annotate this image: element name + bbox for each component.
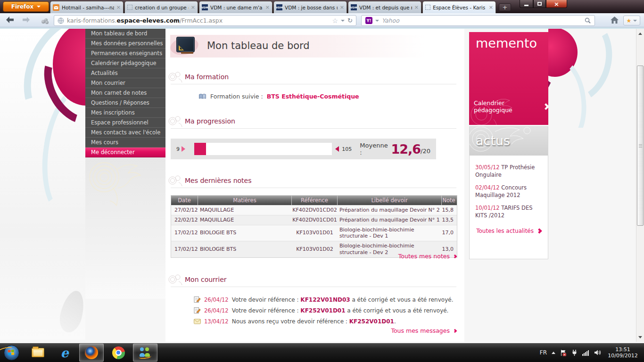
scrollbar-up-arrow[interactable] [636, 30, 644, 37]
power-plug-icon[interactable] [571, 349, 578, 356]
tab-close-icon[interactable]: × [116, 4, 121, 10]
web-page: Mon tableau de bord Mes données personne… [0, 27, 644, 343]
taskbar-chrome-button[interactable] [106, 344, 131, 362]
all-notes-link[interactable]: Toutes mes notes [171, 253, 456, 260]
sidebar-item-contacts-ecole[interactable]: Mes contacts avec l'école [85, 128, 165, 138]
column-header-matieres: Matières [198, 196, 292, 205]
tab-creation-groupe[interactable]: creation d un groupe d e... × [124, 1, 198, 13]
forward-button[interactable] [22, 16, 30, 23]
sidebar-item-espace-professionnel[interactable]: Espace professionnel [85, 118, 165, 128]
page-scrollbar[interactable] [636, 29, 644, 342]
language-indicator[interactable]: FR [540, 349, 547, 356]
close-icon: × [554, 1, 559, 7]
section-title-progression: Ma progression [171, 117, 456, 129]
search-engine-dropdown-icon[interactable] [375, 20, 379, 22]
tab-close-icon[interactable]: × [340, 4, 344, 10]
tab-close-icon[interactable]: × [489, 4, 493, 10]
calendrier-pedagogique-link[interactable]: Calendrier pédagogique [474, 99, 548, 114]
action-center-flag-icon[interactable] [560, 349, 567, 356]
sidebar-item-mon-courrier[interactable]: Mon courrier [85, 78, 165, 88]
chrome-icon [112, 346, 125, 359]
tab-label: VDM : une dame m'a de... [210, 5, 263, 10]
memento-banner[interactable]: memento Calendrier pédagogique [469, 32, 548, 125]
sidebar-item-tableau-de-bord[interactable]: Mon tableau de bord [85, 29, 165, 39]
column-header-libelle: Libellé devoir [338, 196, 442, 205]
sidebar-item-me-deconnecter[interactable]: Me déconnecter [85, 148, 165, 157]
bookmarks-dropdown-icon [633, 20, 637, 22]
tab-hotmail[interactable]: Hotmail - samiha---nao... × [50, 1, 124, 13]
taskbar-explorer-button[interactable] [25, 344, 50, 362]
sidebar-item-questions-reponses[interactable]: Questions / Réponses [85, 98, 165, 108]
bookmark-star-icon[interactable]: ☆ [332, 17, 339, 24]
message-text-before: Votre devoir référence : [232, 296, 301, 303]
calendrier-link-label: Calendrier pédagogique [474, 99, 539, 114]
url-domain: espace-eleves.com [117, 17, 180, 24]
volume-speaker-icon[interactable] [594, 349, 602, 356]
section-courrier-header: Mon courrier [171, 276, 456, 287]
back-button[interactable] [5, 16, 15, 24]
window-minimize-button[interactable] [520, 0, 533, 8]
actus-item[interactable]: 30/05/12 TP Prothésie Ongulaire [475, 164, 542, 179]
sidebar-item-mes-cours[interactable]: Mes cours [85, 138, 165, 148]
message-item[interactable]: 26/04/12 Votre devoir référence : KF252V… [194, 305, 453, 316]
new-tab-button[interactable]: + [499, 3, 511, 11]
message-item[interactable]: 26/04/12 Votre devoir référence : KF122V… [194, 294, 453, 305]
url-bar[interactable]: karis-formations.espace-eleves.com/FrmAc… [54, 15, 356, 26]
taskbar-messenger-button-active[interactable] [133, 344, 157, 362]
actus-date: 30/05/12 [475, 164, 500, 171]
actus-item[interactable]: 10/01/12 TARIFS DES KITS /2012 [475, 205, 542, 219]
firefox-menu-button[interactable]: Firefox [3, 1, 49, 12]
sidebar-item-mes-inscriptions[interactable]: Mes inscriptions [85, 108, 165, 118]
scrollbar-down-arrow[interactable] [636, 333, 644, 341]
addon-icon[interactable] [41, 18, 50, 24]
sidebar-item-permanences-enseignants[interactable]: Permanences enseignants [85, 49, 165, 58]
home-button[interactable] [610, 16, 619, 24]
all-messages-link[interactable]: Tous mes messages [171, 327, 456, 334]
search-bar[interactable]: Y! Yahoo [361, 15, 595, 26]
cell-libelle: Biologie-biochimie-biochimie structurale… [338, 225, 442, 241]
message-reference: KF252V01D01 [349, 318, 394, 325]
progress-end-value: 105 [342, 146, 352, 152]
cell-libelle: Préparation du maquillage Devoir N° 2 [338, 206, 442, 215]
cell-date: 17/02/12 [171, 225, 198, 241]
tab-close-icon[interactable]: × [265, 4, 270, 10]
sidebar-item-actualites[interactable]: Actualités [85, 68, 165, 78]
taskbar-firefox-button-active[interactable] [79, 344, 104, 362]
taskbar-clock[interactable]: 13:51 10/09/2012 [606, 346, 639, 359]
bookmarks-button[interactable]: ★ [623, 16, 640, 25]
scrollbar-thumb[interactable] [637, 66, 644, 226]
book-icon [198, 93, 206, 99]
addon-dot [45, 21, 49, 24]
cell-note: 17,0 [442, 225, 456, 241]
tab-vdm-1[interactable]: VDM VDM : une dame m'a de... × [199, 1, 272, 13]
sidebar-item-calendrier-pedagogique[interactable]: Calendrier pédagogique [85, 58, 165, 68]
tab-vdm-3[interactable]: VDM VDM : et depuis que ma ... × [348, 1, 421, 13]
all-actus-link-label: Toutes les actualités [476, 228, 534, 234]
window-maximize-button[interactable] [533, 0, 546, 8]
firefox-menu-label: Firefox [11, 3, 34, 10]
message-item[interactable]: 13/04/12 Nous avons reçu votre devoir ré… [194, 316, 453, 327]
reload-icon[interactable]: ↻ [347, 17, 353, 24]
url-dropdown-icon[interactable] [341, 20, 345, 22]
message-text-after: a été corrigé et vous a été renvoyé. [350, 296, 454, 303]
actus-item[interactable]: 02/04/12 Concours Maquillage 2012 [475, 184, 542, 199]
tab-close-icon[interactable]: × [191, 4, 195, 10]
section-title-formation: Ma formation [171, 73, 456, 84]
sidebar-item-donnees-personnelles[interactable]: Mes données personnelles [85, 39, 165, 49]
all-actus-link[interactable]: Toutes les actualités [475, 228, 542, 234]
vdm-icon: VDM [276, 4, 282, 10]
sidebar-item-carnet-de-notes[interactable]: Mon carnet de notes [85, 88, 165, 98]
browser-titlebar: Firefox Hotmail - samiha---nao... × crea… [0, 0, 644, 13]
window-close-button[interactable]: × [546, 0, 567, 8]
tab-close-icon[interactable]: × [414, 4, 419, 10]
tab-vdm-2[interactable]: VDM VDM : je bosse dans une ... × [273, 1, 347, 13]
message-text: Votre devoir référence : KF252V01D01 a é… [232, 307, 449, 314]
windows-taskbar: e FR 13:51 10/09/2012 [0, 343, 644, 362]
tab-espace-eleves-active[interactable]: Espace Élèves - Karis For... × [422, 1, 496, 13]
show-hidden-icons-button[interactable] [552, 352, 555, 354]
taskbar-ie-button[interactable]: e [52, 344, 77, 362]
all-notes-link-label: Toutes mes notes [398, 253, 450, 260]
search-icon[interactable] [585, 17, 591, 24]
cell-reference: KF402DV01CD01 [292, 215, 338, 225]
network-signal-icon[interactable] [582, 350, 589, 356]
